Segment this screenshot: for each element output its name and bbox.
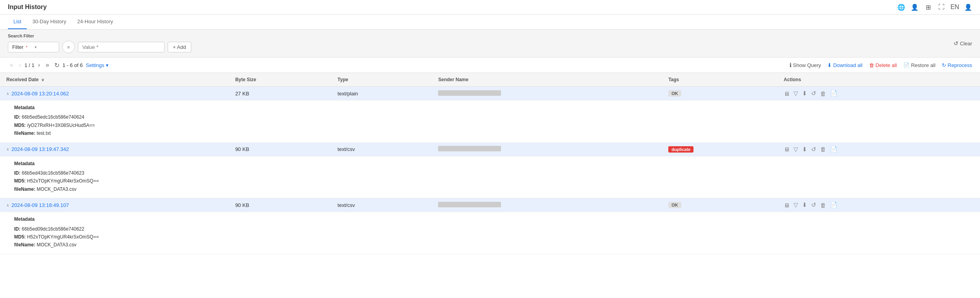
table-row[interactable]: ∧ 2024-08-09 13:19:47.342 90 KB text/csv… [0, 142, 980, 156]
restore-all-button[interactable]: 📄 Restore all [903, 62, 936, 68]
layout-icon[interactable]: ⊞ [924, 3, 932, 11]
download-icon[interactable]: ⬇ [802, 201, 807, 209]
restore-icon[interactable]: ↺ [811, 90, 816, 97]
filter-icon[interactable]: ▽ [793, 201, 798, 209]
settings-label: Settings [86, 62, 104, 68]
download-icon[interactable]: ⬇ [802, 146, 807, 153]
sort-icon: ∨ [41, 78, 44, 82]
cell-sender-name [432, 142, 662, 156]
cell-byte-size: 90 KB [229, 142, 331, 156]
archive-icon[interactable]: 📄 [830, 146, 838, 153]
download-all-button[interactable]: ⬇ Download all [827, 62, 862, 68]
reprocess-icon: ↻ [942, 62, 946, 68]
last-page-button[interactable]: » [44, 61, 51, 69]
tab-24hour[interactable]: 24-Hour History [72, 15, 118, 29]
header-icons: 🌐 👤 ⊞ ⛶ EN 👤 [897, 3, 972, 11]
tag-badge: OK [668, 90, 681, 97]
metadata-row: Metadata ID: 66b5ed43dc16cb586e740623 MD… [0, 156, 980, 198]
sender-bar [438, 90, 501, 96]
search-filter-label: Search Filter [8, 34, 972, 38]
view-icon[interactable]: 🖥 [784, 146, 790, 153]
metadata-cell: Metadata ID: 66b5ed43dc16cb586e740623 MD… [0, 156, 980, 198]
view-icon[interactable]: 🖥 [784, 202, 790, 209]
lang-label: EN [951, 3, 959, 11]
date-link[interactable]: ∧ 2024-08-09 13:19:47.342 [6, 146, 223, 152]
prev-page-button[interactable]: ‹ [17, 61, 23, 69]
account-icon[interactable]: 👤 [964, 3, 972, 11]
value-input[interactable] [78, 42, 165, 52]
data-table: Received Date ∨ Byte Size Type Sender Na… [0, 73, 980, 254]
metadata-id: ID: 66b5ed43dc16cb586e740623 [14, 169, 974, 177]
tab-30day[interactable]: 30-Day History [27, 15, 72, 29]
metadata-filename: fileName: MOCK_DATA3.csv [14, 241, 974, 249]
table-header-row: Received Date ∨ Byte Size Type Sender Na… [0, 73, 980, 87]
delete-icon[interactable]: 🗑 [820, 146, 826, 153]
filter-label: Filter * [12, 44, 32, 50]
col-sender-name: Sender Name [432, 73, 662, 87]
tab-list[interactable]: List [8, 15, 27, 29]
refresh-icon: ↺ [954, 40, 958, 47]
download-all-label: Download all [833, 62, 862, 68]
next-page-button[interactable]: › [36, 61, 42, 69]
cell-actions: 🖥 ▽ ⬇ ↺ 🗑 📄 [777, 87, 980, 101]
download-icon: ⬇ [827, 62, 832, 68]
search-filter-bar: Search Filter Filter * ▾ = + Add ↺ Clear [0, 30, 980, 58]
metadata-id: ID: 66b5ed5edc16cb586e740624 [14, 113, 974, 121]
cell-sender-name [432, 87, 662, 101]
cell-tags: OK [662, 87, 777, 101]
reprocess-button[interactable]: ↻ Reprocess [942, 62, 972, 68]
date-link[interactable]: ∧ 2024-08-09 13:20:14.062 [6, 91, 223, 97]
filter-icon[interactable]: ▽ [793, 90, 798, 97]
delete-icon[interactable]: 🗑 [820, 202, 826, 209]
filter-dropdown[interactable]: Filter * ▾ [8, 42, 59, 52]
sender-bar [438, 146, 501, 151]
search-filter-row: Filter * ▾ = + Add [8, 41, 972, 53]
metadata-title: Metadata [14, 215, 974, 223]
clear-label: Clear [960, 41, 972, 47]
metadata-title: Metadata [14, 104, 974, 112]
refresh-button[interactable]: ↻ [54, 61, 59, 69]
tag-badge: duplicate [668, 146, 693, 153]
date-link[interactable]: ∧ 2024-08-09 13:18:49.107 [6, 202, 223, 208]
cell-type: text/plain [331, 87, 432, 101]
cell-type: text/csv [331, 198, 432, 212]
chevron-down-icon: ▾ [35, 45, 55, 49]
show-query-button[interactable]: ℹ Show Query [790, 62, 821, 68]
download-icon[interactable]: ⬇ [802, 90, 807, 97]
archive-icon[interactable]: 📄 [830, 90, 838, 97]
current-page: 1 [24, 62, 27, 68]
settings-chevron-icon: ▾ [106, 62, 109, 68]
cell-actions: 🖥 ▽ ⬇ ↺ 🗑 📄 [777, 198, 980, 212]
pagination-bar: « ‹ 1 / 1 › » ↻ 1 - 6 of 6 Settings ▾ ℹ … [0, 58, 980, 73]
first-page-button[interactable]: « [8, 61, 15, 69]
table-row[interactable]: ∧ 2024-08-09 13:20:14.062 27 KB text/pla… [0, 87, 980, 101]
add-button[interactable]: + Add [168, 42, 191, 52]
expand-icon[interactable]: ⛶ [937, 3, 945, 11]
filter-icon[interactable]: ▽ [793, 146, 798, 153]
col-received-date[interactable]: Received Date ∨ [0, 73, 229, 87]
settings-button[interactable]: Settings ▾ [86, 62, 109, 68]
archive-icon[interactable]: 📄 [830, 201, 838, 209]
metadata-content: Metadata ID: 66b5ed5edc16cb586e740624 MD… [14, 104, 974, 138]
equals-button[interactable]: = [62, 41, 75, 53]
clear-button[interactable]: ↺ Clear [954, 40, 972, 47]
tag-badge: OK [668, 202, 681, 208]
delete-all-label: Delete all [876, 62, 897, 68]
delete-all-button[interactable]: 🗑 Delete all [869, 62, 897, 68]
globe-icon[interactable]: 🌐 [897, 3, 905, 11]
restore-icon[interactable]: ↺ [811, 146, 816, 153]
metadata-cell: Metadata ID: 66b5ed5edc16cb586e740624 MD… [0, 101, 980, 143]
delete-icon[interactable]: 🗑 [820, 90, 826, 97]
restore-icon[interactable]: ↺ [811, 201, 816, 209]
user-icon[interactable]: 👤 [911, 3, 919, 11]
cell-sender-name [432, 198, 662, 212]
pagination-right: ℹ Show Query ⬇ Download all 🗑 Delete all… [790, 62, 972, 68]
cell-received-date: ∧ 2024-08-09 13:19:47.342 [0, 142, 229, 156]
metadata-md5: MD5: H52xTOpKYmgUR4krSxOmSQ== [14, 177, 974, 185]
table-container: Received Date ∨ Byte Size Type Sender Na… [0, 73, 980, 254]
total-pages: 1 [31, 62, 34, 68]
metadata-row: Metadata ID: 66b5ed5edc16cb586e740624 MD… [0, 101, 980, 143]
metadata-id: ID: 66b5ed09dc16cb586e740622 [14, 225, 974, 233]
table-row[interactable]: ∧ 2024-08-09 13:18:49.107 90 KB text/csv… [0, 198, 980, 212]
view-icon[interactable]: 🖥 [784, 90, 790, 97]
